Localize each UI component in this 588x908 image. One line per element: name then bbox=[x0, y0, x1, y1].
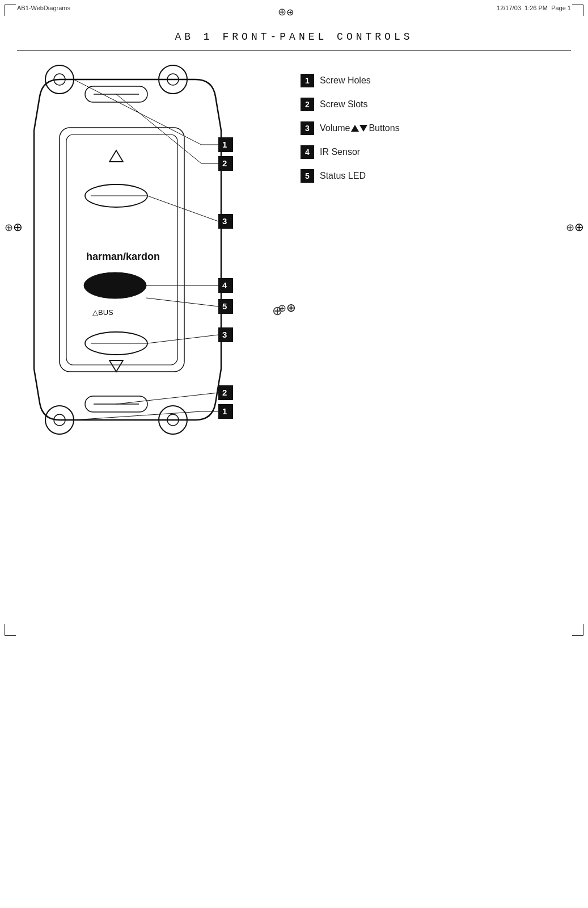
legend-text-1: Screw Holes bbox=[320, 75, 371, 86]
svg-text:△BUS: △BUS bbox=[92, 308, 113, 317]
legend-text-4: IR Sensor bbox=[320, 147, 360, 157]
svg-text:3: 3 bbox=[222, 216, 227, 226]
svg-marker-23 bbox=[109, 360, 123, 372]
svg-point-18 bbox=[84, 272, 146, 299]
corner-mark-tr bbox=[572, 5, 583, 16]
legend-item-2: 2 Screw Slots bbox=[301, 98, 527, 111]
legend-text-3-after: Buttons bbox=[369, 123, 399, 133]
title-rule bbox=[17, 50, 571, 51]
page-title: AB 1 FRONT-PANEL CONTROLS bbox=[0, 31, 588, 43]
legend-area: 1 Screw Holes 2 Screw Slots 3 Volume But… bbox=[301, 74, 527, 193]
header-datetime: 12/17/03 1:26 PM Page 1 bbox=[497, 5, 571, 11]
legend-num-5: 5 bbox=[301, 169, 314, 183]
legend-num-3: 3 bbox=[301, 121, 314, 135]
svg-line-34 bbox=[147, 335, 218, 343]
legend-text-3-before: Volume bbox=[320, 123, 350, 133]
arrow-up-icon bbox=[351, 125, 359, 132]
svg-line-38 bbox=[74, 411, 201, 420]
corner-mark-br bbox=[572, 624, 583, 636]
crosshair-bottom-center: ⊕ bbox=[272, 304, 282, 318]
legend-num-2: 2 bbox=[301, 98, 314, 111]
svg-line-26 bbox=[116, 94, 201, 163]
svg-text:5: 5 bbox=[222, 301, 227, 311]
corner-mark-bl bbox=[5, 624, 16, 636]
header-filename: AB1-WebDiagrams bbox=[17, 5, 70, 11]
svg-line-36 bbox=[116, 393, 218, 404]
legend-num-4: 4 bbox=[301, 145, 314, 159]
svg-marker-14 bbox=[109, 150, 123, 162]
svg-text:3: 3 bbox=[222, 330, 227, 339]
legend-num-1: 1 bbox=[301, 74, 314, 87]
device-diagram: harman/kardon △BUS bbox=[26, 62, 241, 437]
diagram-area: harman/kardon △BUS bbox=[26, 62, 275, 448]
svg-line-24 bbox=[74, 79, 201, 145]
svg-text:4: 4 bbox=[222, 280, 227, 290]
svg-text:harman/kardon: harman/kardon bbox=[86, 251, 160, 262]
svg-rect-12 bbox=[60, 128, 184, 372]
legend-item-1: 1 Screw Holes bbox=[301, 74, 527, 87]
svg-text:2: 2 bbox=[222, 388, 227, 397]
header-bar: AB1-WebDiagrams 12/17/03 1:26 PM Page 1 bbox=[17, 5, 571, 11]
crosshair-left: ⊕ bbox=[5, 220, 18, 234]
svg-line-28 bbox=[147, 196, 218, 221]
legend-item-4: 4 IR Sensor bbox=[301, 145, 527, 159]
svg-text:1: 1 bbox=[222, 140, 227, 149]
legend-item-5: 5 Status LED bbox=[301, 169, 527, 183]
volume-arrows bbox=[351, 125, 367, 132]
svg-line-32 bbox=[146, 298, 218, 306]
crosshair-right: ⊕ bbox=[566, 220, 579, 234]
svg-text:2: 2 bbox=[222, 158, 227, 168]
arrow-down-icon bbox=[359, 125, 367, 132]
legend-item-3: 3 Volume Buttons bbox=[301, 121, 527, 135]
corner-mark-tl bbox=[5, 5, 16, 16]
svg-rect-13 bbox=[66, 134, 177, 365]
svg-text:1: 1 bbox=[222, 406, 227, 416]
legend-text-5: Status LED bbox=[320, 171, 366, 181]
legend-text-2: Screw Slots bbox=[320, 99, 367, 110]
